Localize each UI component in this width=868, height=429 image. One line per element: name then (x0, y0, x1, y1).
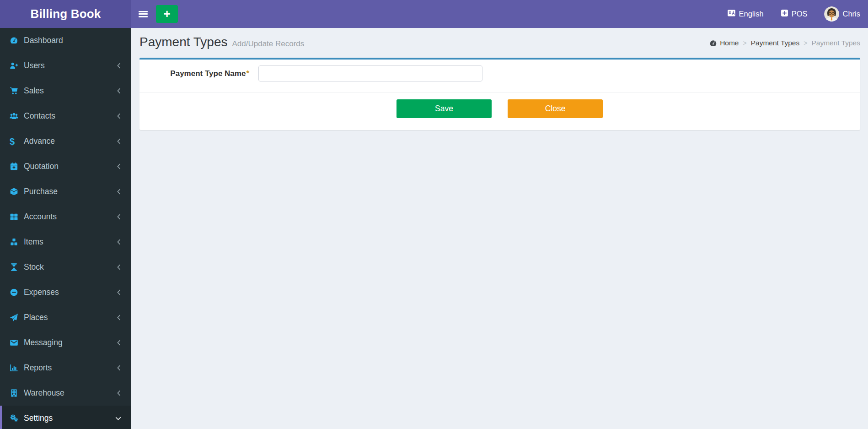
sidebar-item-label: Advance (24, 136, 55, 146)
chevron-left-icon (117, 315, 121, 320)
sidebar-item-label: Expenses (24, 288, 59, 297)
quick-add-button[interactable]: + (156, 5, 178, 23)
sidebar-item-settings[interactable]: Settings (0, 406, 131, 429)
user-avatar (824, 6, 839, 22)
chevron-left-icon (117, 239, 121, 245)
user-name: Chris (842, 10, 860, 18)
minus-circle-icon (10, 288, 24, 297)
sidebar-item-advance[interactable]: $ Advance (0, 129, 131, 154)
paper-plane-icon (10, 313, 24, 322)
cart-icon (10, 87, 24, 95)
sidebar-item-places[interactable]: Places (0, 305, 131, 330)
content: Payment TypesAdd/Update Records Home > P… (131, 0, 868, 429)
cubes-icon (10, 238, 24, 246)
sidebar-item-label: Quotation (24, 162, 59, 171)
chevron-left-icon (117, 189, 121, 195)
bar-chart-icon (10, 364, 24, 372)
sidebar-item-label: Items (24, 237, 43, 247)
sidebar-item-users[interactable]: Users (0, 53, 131, 78)
language-icon (727, 9, 736, 19)
sidebar-item-label: Reports (24, 363, 52, 373)
cube-icon (10, 187, 24, 196)
chevron-left-icon (117, 63, 121, 69)
breadcrumb-separator: > (804, 39, 807, 47)
dollar-icon: $ (10, 137, 24, 146)
chevron-left-icon (117, 390, 121, 396)
sidebar-item-warehouse[interactable]: Warehouse (0, 380, 131, 406)
sidebar-item-label: Places (24, 313, 48, 322)
sidebar-item-expenses[interactable]: Expenses (0, 280, 131, 305)
user-plus-icon (10, 61, 24, 70)
chevron-left-icon (117, 340, 121, 346)
app-logo[interactable]: Billing Book (0, 0, 131, 28)
sidebar-item-quotation[interactable]: Quotation (0, 154, 131, 179)
payment-type-name-label: Payment Type Name* (144, 69, 258, 78)
page-title: Payment TypesAdd/Update Records (139, 34, 304, 52)
top-navbar: + English (131, 0, 868, 28)
breadcrumb-section-link[interactable]: Payment Types (751, 39, 800, 47)
sidebar-item-label: Warehouse (24, 388, 64, 398)
close-button[interactable]: Close (508, 99, 603, 118)
pos-button[interactable]: POS (781, 0, 808, 28)
app-title: Billing Book (30, 7, 101, 21)
page-subtitle: Add/Update Records (232, 39, 304, 48)
sidebar-item-label: Sales (24, 86, 44, 96)
language-menu[interactable]: English (727, 0, 764, 28)
chevron-down-icon (115, 416, 121, 421)
sidebar-item-label: Settings (24, 413, 53, 423)
hamburger-icon (139, 10, 148, 18)
chevron-left-icon (117, 163, 121, 169)
breadcrumb-home-link[interactable]: Home (709, 39, 739, 47)
required-asterisk: * (246, 69, 249, 78)
breadcrumb-separator: > (743, 39, 747, 47)
sidebar-item-label: Users (24, 61, 45, 71)
sidebar-item-label: Accounts (24, 212, 57, 222)
sidebar-item-label: Contacts (24, 111, 55, 121)
save-button[interactable]: Save (396, 99, 492, 118)
sidebar: Dashboard Users (0, 28, 131, 429)
envelope-icon (10, 338, 24, 347)
main-header: Billing Book + English (0, 0, 868, 28)
chevron-left-icon (117, 289, 121, 295)
sidebar-item-messaging[interactable]: Messaging (0, 330, 131, 355)
sidebar-item-items[interactable]: Items (0, 229, 131, 255)
sidebar-item-sales[interactable]: Sales (0, 78, 131, 103)
chevron-left-icon (117, 264, 121, 270)
sidebar-item-purchase[interactable]: Purchase (0, 179, 131, 204)
sidebar-item-stock[interactable]: Stock (0, 255, 131, 280)
sidebar-item-label: Stock (24, 262, 44, 272)
chevron-left-icon (117, 365, 121, 371)
breadcrumb-section-label: Payment Types (751, 39, 800, 47)
pos-label: POS (792, 10, 808, 18)
sidebar-item-accounts[interactable]: Accounts (0, 204, 131, 229)
content-header: Payment TypesAdd/Update Records Home > P… (139, 34, 860, 52)
chevron-left-icon (117, 138, 121, 144)
sidebar-item-contacts[interactable]: Contacts (0, 103, 131, 129)
sidebar-item-label: Messaging (24, 338, 63, 348)
gears-icon (10, 414, 24, 423)
hourglass-icon (10, 263, 24, 272)
sidebar-toggle-button[interactable] (131, 0, 155, 28)
payment-type-form-card: Payment Type Name* Save Close (139, 58, 860, 130)
payment-type-name-input[interactable] (258, 65, 482, 81)
dashboard-icon (709, 39, 717, 47)
dashboard-icon (10, 36, 24, 45)
language-label: English (739, 10, 764, 18)
sidebar-item-reports[interactable]: Reports (0, 355, 131, 380)
sidebar-item-dashboard[interactable]: Dashboard (0, 28, 131, 53)
chevron-left-icon (117, 113, 121, 119)
user-menu[interactable]: Chris (824, 0, 860, 28)
breadcrumb-current: Payment Types (811, 39, 860, 47)
building-icon (10, 389, 24, 397)
sidebar-menu: Dashboard Users (0, 28, 131, 429)
navbar-right: English POS (710, 0, 868, 28)
grid-icon (10, 212, 24, 221)
breadcrumb-home-label: Home (720, 39, 739, 47)
chevron-left-icon (117, 88, 121, 94)
sidebar-item-label: Dashboard (24, 36, 63, 45)
calendar-plus-icon (10, 162, 24, 171)
form-row-payment-type-name: Payment Type Name* (139, 60, 860, 92)
chevron-left-icon (117, 214, 121, 220)
plus-square-icon (781, 9, 788, 19)
sidebar-item-label: Purchase (24, 187, 58, 196)
